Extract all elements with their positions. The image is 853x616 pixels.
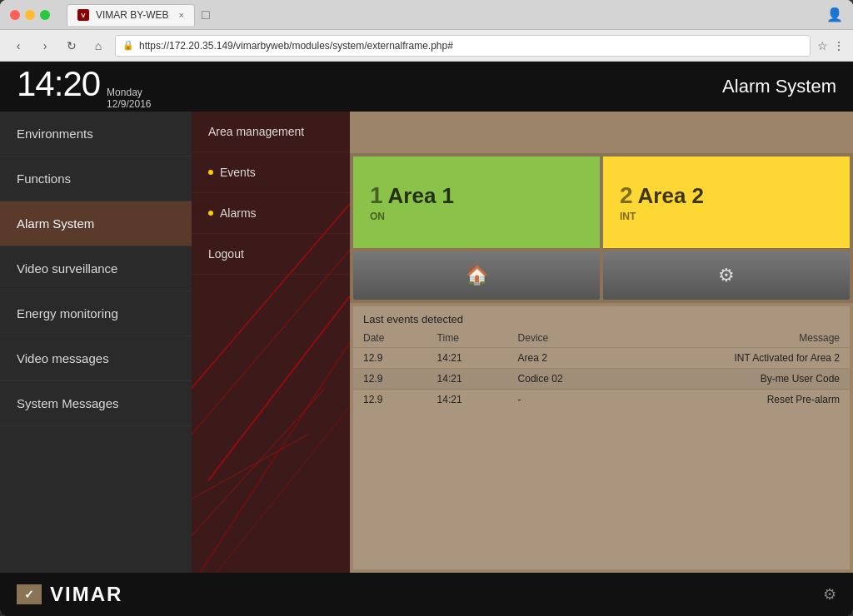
- browser-toolbar: ‹ › ↻ ⌂ 🔒 https://172.20.35.149/vimarbyw…: [0, 30, 853, 62]
- vimar-logo: ✓ VIMAR: [17, 583, 122, 606]
- area-2-name: Area 2: [638, 183, 705, 209]
- area-2-number: 2: [620, 182, 633, 209]
- home-unlock-icon: 🏠: [466, 265, 488, 286]
- lock-icon: 🔒: [122, 40, 134, 51]
- content-top: [350, 112, 853, 153]
- unlock-button[interactable]: 🏠: [353, 251, 600, 300]
- event-date: 12.9: [353, 369, 427, 390]
- sidebar-label-energy-monitoring: Energy monitoring: [17, 306, 118, 320]
- events-title: Last events detected: [353, 306, 850, 329]
- back-button[interactable]: ‹: [8, 36, 28, 56]
- sidebar-item-video-surveillance[interactable]: Video surveillance: [0, 246, 192, 291]
- settings-button[interactable]: ⚙: [603, 251, 850, 300]
- svg-line-6: [217, 407, 350, 573]
- svg-line-3: [192, 435, 308, 499]
- sidebar-item-system-messages[interactable]: System Messages: [0, 381, 192, 426]
- submenu-dot-events: [208, 170, 213, 175]
- area-2-status: INT: [620, 211, 833, 222]
- submenu-items: Area management Events Alarms Logout: [192, 112, 350, 275]
- area-1-header: 1 Area 1: [370, 182, 583, 209]
- event-date: 12.9: [353, 348, 427, 369]
- events-container: Last events detected Date Time Device Me…: [353, 306, 850, 569]
- col-header-device: Device: [508, 329, 625, 348]
- col-header-time: Time: [427, 329, 508, 348]
- event-device: Codice 02: [508, 369, 625, 390]
- submenu-item-events[interactable]: Events: [192, 152, 350, 193]
- app-window: 14:20 Monday 12/9/2016 Alarm System Envi…: [0, 62, 853, 616]
- address-bar[interactable]: 🔒 https://172.20.35.149/vimarbyweb/modul…: [115, 35, 811, 57]
- header-time: 14:20 Monday 12/9/2016: [17, 64, 152, 110]
- browser-tab[interactable]: V VIMAR BY-WEB ×: [67, 4, 195, 26]
- vimar-checkmark-icon: ✓: [24, 588, 34, 601]
- events-table-header: Date Time Device Message: [353, 329, 850, 348]
- reload-button[interactable]: ↻: [62, 36, 82, 56]
- table-row: 12.9 14:21 - Reset Pre-alarm: [353, 390, 850, 410]
- event-message: Reset Pre-alarm: [625, 390, 850, 410]
- sidebar-item-energy-monitoring[interactable]: Energy monitoring: [0, 291, 192, 336]
- close-button[interactable]: [10, 10, 20, 20]
- content-area: 1 Area 1 ON 2 Area 2 INT: [350, 112, 853, 573]
- submenu-label-events: Events: [220, 166, 256, 179]
- area-1-status: ON: [370, 211, 583, 222]
- event-time: 14:21: [427, 369, 508, 390]
- svg-line-2: [208, 296, 350, 481]
- submenu: Area management Events Alarms Logout: [192, 112, 350, 573]
- new-tab-button[interactable]: □: [202, 7, 210, 22]
- page-title: Alarm System: [722, 76, 836, 97]
- event-device: Area 2: [508, 348, 625, 369]
- forward-button[interactable]: ›: [35, 36, 55, 56]
- area-1-number: 1: [370, 182, 383, 209]
- toolbar-right: ☆ ⋮: [817, 39, 845, 52]
- action-buttons: 🏠 ⚙: [350, 251, 853, 303]
- profile-icon[interactable]: 👤: [826, 7, 843, 22]
- vimar-icon: ✓: [17, 584, 42, 604]
- sidebar-label-video-surveillance: Video surveillance: [17, 261, 117, 276]
- app-main: Environments Functions Alarm System Vide…: [0, 112, 853, 573]
- submenu-item-alarms[interactable]: Alarms: [192, 193, 350, 234]
- app-header: 14:20 Monday 12/9/2016 Alarm System: [0, 62, 853, 112]
- menu-button[interactable]: ⋮: [833, 39, 845, 52]
- svg-line-1: [192, 250, 350, 435]
- submenu-label-area-management: Area management: [208, 125, 304, 138]
- area-2-header: 2 Area 2: [620, 182, 833, 209]
- sidebar-item-video-messages[interactable]: Video messages: [0, 336, 192, 381]
- submenu-item-area-management[interactable]: Area management: [192, 112, 350, 152]
- table-row: 12.9 14:21 Codice 02 By-me User Code: [353, 369, 850, 390]
- area-card-1[interactable]: 1 Area 1 ON: [353, 156, 600, 248]
- sidebar-label-alarm-system: Alarm System: [17, 216, 94, 231]
- submenu-label-logout: Logout: [208, 247, 244, 261]
- sidebar-item-environments[interactable]: Environments: [0, 112, 192, 156]
- sidebar-label-system-messages: System Messages: [17, 396, 119, 410]
- sidebar-label-functions: Functions: [17, 171, 71, 186]
- events-section: Last events detected Date Time Device Me…: [350, 303, 853, 573]
- event-message: INT Activated for Area 2: [625, 348, 850, 369]
- area-1-name: Area 1: [388, 183, 455, 209]
- sidebar-item-alarm-system[interactable]: Alarm System: [0, 201, 192, 246]
- day-display: Monday: [107, 87, 151, 98]
- area-card-2[interactable]: 2 Area 2 INT: [603, 156, 850, 248]
- browser-window: V VIMAR BY-WEB × □ 👤 ‹ › ↻ ⌂ 🔒 https://1…: [0, 0, 853, 616]
- col-header-message: Message: [625, 329, 850, 348]
- submenu-item-logout[interactable]: Logout: [192, 234, 350, 275]
- tab-favicon: V: [77, 9, 89, 21]
- date-display: Monday 12/9/2016: [107, 87, 151, 110]
- maximize-button[interactable]: [40, 10, 50, 20]
- minimize-button[interactable]: [25, 10, 35, 20]
- tab-close-button[interactable]: ×: [179, 10, 184, 20]
- submenu-label-alarms: Alarms: [220, 206, 257, 220]
- footer-gear-icon[interactable]: ⚙: [823, 585, 836, 604]
- svg-line-5: [192, 388, 325, 535]
- tab-title: VIMAR BY-WEB: [96, 9, 169, 21]
- svg-line-4: [200, 342, 350, 573]
- submenu-dot-alarms: [208, 211, 213, 216]
- date-text: 12/9/2016: [107, 98, 151, 110]
- table-row: 12.9 14:21 Area 2 INT Activated for Area…: [353, 348, 850, 369]
- col-header-date: Date: [353, 329, 427, 348]
- sidebar-item-functions[interactable]: Functions: [0, 156, 192, 201]
- home-button[interactable]: ⌂: [88, 36, 108, 56]
- browser-titlebar: V VIMAR BY-WEB × □ 👤: [0, 0, 853, 30]
- event-date: 12.9: [353, 390, 427, 410]
- time-display: 14:20: [17, 64, 100, 104]
- bookmark-button[interactable]: ☆: [817, 39, 828, 52]
- event-time: 14:21: [427, 390, 508, 410]
